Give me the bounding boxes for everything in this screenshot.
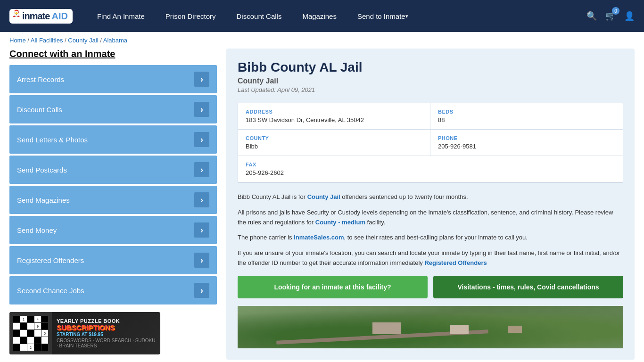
puzzle-ad-banner[interactable]: 1 4 9 5 xyxy=(9,312,160,354)
county-label: COUNTY xyxy=(246,135,422,141)
registered-offenders-link[interactable]: Registered Offenders xyxy=(424,259,487,266)
puzzle-cell xyxy=(20,330,27,337)
nav-send-to-inmate[interactable]: Send to Inmate xyxy=(347,0,419,32)
facility-description: Bibb County AL Jail is for County Jail o… xyxy=(238,192,623,268)
nav-find-inmate[interactable]: Find An Inmate xyxy=(87,0,155,32)
desc-p4: If you are unsure of your inmate's locat… xyxy=(238,248,623,268)
puzzle-ad-text: YEARLY PUZZLE BOOK SUBSCRIPTIONS STARTIN… xyxy=(52,315,160,351)
logo-aid-text: AID xyxy=(51,11,67,22)
sidebar-title: Connect with an Inmate xyxy=(9,49,217,59)
sidebar-btn-send-postcards[interactable]: Send Postcards › xyxy=(9,156,217,184)
facility-type: County Jail xyxy=(238,77,623,85)
sidebar-btn-label: Discount Calls xyxy=(17,106,62,114)
breadcrumb-home[interactable]: Home xyxy=(9,37,26,44)
sidebar-btn-discount-calls[interactable]: Discount Calls › xyxy=(9,95,217,123)
building-1 xyxy=(372,322,401,334)
puzzle-ad-sub: STARTING AT $19.95 xyxy=(57,332,156,337)
desc-p2: All prisons and jails have Security or C… xyxy=(238,208,623,228)
facility-image-inner xyxy=(238,306,623,348)
facility-card: Bibb County AL Jail County Jail Last Upd… xyxy=(226,49,635,360)
puzzle-cell xyxy=(27,323,34,329)
phone-cell: PHONE 205-926-9581 xyxy=(430,130,623,156)
sidebar-btn-registered-offenders[interactable]: Registered Offenders › xyxy=(9,246,217,274)
fax-value: 205-926-2602 xyxy=(246,169,615,176)
sidebar-btn-arrest-records[interactable]: Arrest Records › xyxy=(9,65,217,93)
breadcrumb-state[interactable]: Alabama xyxy=(103,37,127,44)
puzzle-ad-image: 1 4 9 5 xyxy=(9,312,52,354)
info-grid: ADDRESS 183 SW Davidson Dr, Centreville,… xyxy=(238,103,623,183)
arrow-icon: › xyxy=(194,222,209,238)
puzzle-cell xyxy=(20,344,27,351)
building-2 xyxy=(450,325,469,334)
logo-text: inmate xyxy=(22,11,50,22)
puzzle-cell: 9 xyxy=(34,323,41,329)
address-label: ADDRESS xyxy=(246,109,422,115)
puzzle-cell xyxy=(41,337,48,344)
arrow-icon: › xyxy=(194,72,209,87)
main-layout: Connect with an Inmate Arrest Records › … xyxy=(0,49,644,362)
search-button[interactable]: 🔍 xyxy=(586,11,597,21)
puzzle-ad-details: CROSSWORDS · WORD SEARCH · SUDOKU · BRAI… xyxy=(57,338,156,348)
puzzle-ad-main: SUBSCRIPTIONS xyxy=(57,324,156,332)
visitation-button[interactable]: Visitations - times, rules, Covid cancel… xyxy=(433,276,623,298)
arrow-icon: › xyxy=(194,283,209,298)
facility-updated: Last Updated: April 09, 2021 xyxy=(238,86,623,93)
sidebar-btn-send-magazines[interactable]: Send Magazines › xyxy=(9,186,217,214)
beds-label: BEDS xyxy=(438,109,615,115)
puzzle-cell: 5 xyxy=(41,330,48,337)
sidebar-btn-send-money[interactable]: Send Money › xyxy=(9,216,217,244)
logo-area: 🎅 inmateAID xyxy=(9,9,73,24)
puzzle-cell: 4 xyxy=(34,316,41,322)
puzzle-cell xyxy=(13,344,20,351)
logo-box: 🎅 inmateAID xyxy=(9,9,73,24)
puzzle-cell xyxy=(34,330,41,337)
puzzle-cell xyxy=(41,344,48,351)
arrow-icon: › xyxy=(194,102,209,117)
sidebar-btn-label: Arrest Records xyxy=(17,75,64,83)
puzzle-cell xyxy=(34,344,41,351)
puzzle-cell xyxy=(41,323,48,329)
arrow-icon: › xyxy=(194,253,209,268)
county-cell: COUNTY Bibb xyxy=(238,130,430,156)
sidebar-btn-label: Send Letters & Photos xyxy=(17,136,88,144)
inmate-sales-link[interactable]: InmateSales.com xyxy=(294,234,344,241)
sidebar-btn-send-letters[interactable]: Send Letters & Photos › xyxy=(9,125,217,154)
puzzle-cell xyxy=(20,337,27,344)
puzzle-cell xyxy=(13,337,20,344)
header: 🎅 inmateAID Find An Inmate Prison Direct… xyxy=(0,0,644,32)
logo-hat-icon: 🎅 xyxy=(12,9,20,17)
facility-name: Bibb County AL Jail xyxy=(238,60,623,75)
building-3 xyxy=(508,326,522,333)
puzzle-cell xyxy=(13,323,20,329)
beds-value: 88 xyxy=(438,116,615,123)
sidebar-btn-label: Second Chance Jobs xyxy=(17,287,84,295)
header-icons: 🔍 🛒 0 👤 xyxy=(586,11,635,21)
nav-discount-calls[interactable]: Discount Calls xyxy=(226,0,292,32)
facility-image xyxy=(238,306,623,348)
cart-button[interactable]: 🛒 0 xyxy=(605,11,616,21)
nav-magazines[interactable]: Magazines xyxy=(292,0,347,32)
address-cell: ADDRESS 183 SW Davidson Dr, Centreville,… xyxy=(238,103,430,130)
county-jail-link[interactable]: County Jail xyxy=(307,193,340,200)
sidebar-btn-label: Send Postcards xyxy=(17,166,67,174)
breadcrumb-all-facilities[interactable]: All Facilities xyxy=(31,37,63,44)
puzzle-cell: 1 xyxy=(20,316,27,322)
sidebar-btn-second-chance-jobs[interactable]: Second Chance Jobs › xyxy=(9,276,217,304)
beds-cell: BEDS 88 xyxy=(430,103,623,130)
puzzle-cell xyxy=(20,323,27,329)
cart-badge: 0 xyxy=(612,7,619,15)
breadcrumb-county-jail[interactable]: County Jail xyxy=(68,37,98,44)
nav-prison-directory[interactable]: Prison Directory xyxy=(155,0,226,32)
puzzle-cell xyxy=(13,330,20,337)
desc-p1: Bibb County AL Jail is for County Jail o… xyxy=(238,192,623,202)
puzzle-cell xyxy=(13,316,20,322)
arrow-icon: › xyxy=(194,132,209,147)
puzzle-grid: 1 4 9 5 xyxy=(13,316,48,351)
puzzle-cell xyxy=(41,316,48,322)
sidebar-btn-label: Registered Offenders xyxy=(17,256,84,264)
fax-cell: FAX 205-926-2602 xyxy=(238,156,623,182)
desc-p3: The phone carrier is InmateSales.com, to… xyxy=(238,233,623,243)
user-button[interactable]: 👤 xyxy=(624,11,635,21)
county-medium-link[interactable]: County - medium xyxy=(315,219,365,226)
looking-for-inmate-button[interactable]: Looking for an inmate at this facility? xyxy=(238,276,428,298)
